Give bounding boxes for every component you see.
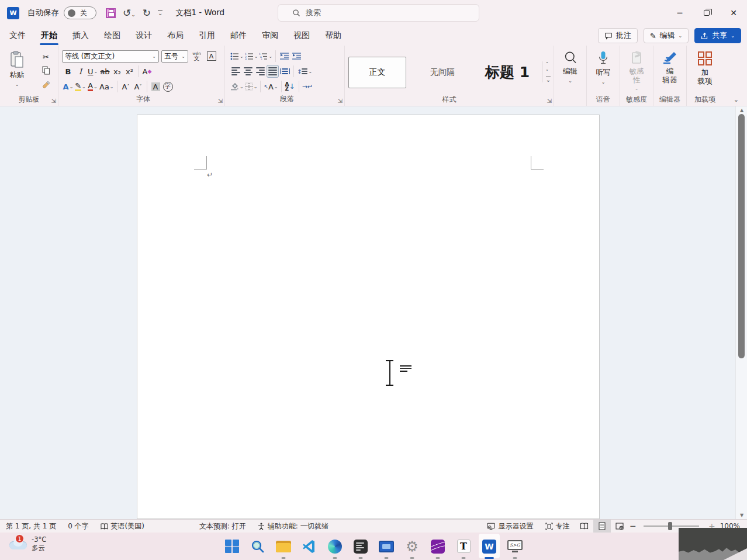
start-button[interactable] [219, 533, 245, 560]
dictate-button[interactable]: 听写 ⌄ [593, 49, 614, 95]
web-layout-button[interactable] [611, 520, 628, 533]
grow-font-button[interactable]: A˄ [120, 80, 132, 93]
strikethrough-button[interactable]: ab [99, 65, 111, 78]
tab-references[interactable]: 引用 [198, 27, 216, 44]
zoom-slider-thumb[interactable] [668, 522, 672, 530]
word-count[interactable]: 0 个字 [62, 520, 94, 533]
taskbar-search-button[interactable] [245, 533, 271, 560]
scroll-up-icon[interactable]: ▲ [736, 108, 747, 113]
sort-button[interactable]: AZ↓ [284, 80, 296, 93]
document-page[interactable]: ↵ [137, 115, 600, 519]
tab-draw[interactable]: 绘图 [103, 27, 122, 44]
minimize-button[interactable]: ─ [666, 0, 693, 26]
remote-desktop-button[interactable] [374, 533, 399, 560]
tab-insert[interactable]: 插入 [71, 27, 90, 44]
numbering-button[interactable]: 123 ⌄ [244, 50, 259, 63]
search-box[interactable]: 搜索 [278, 4, 479, 22]
show-marks-button[interactable]: →↵ [302, 80, 314, 93]
editor-button[interactable]: 编 辑器 [659, 49, 681, 95]
vertical-scrollbar[interactable]: ▲ ▼ [735, 106, 747, 519]
italic-button[interactable]: I [74, 65, 87, 78]
tab-design[interactable]: 设计 [134, 27, 153, 44]
vscode-button[interactable] [296, 533, 322, 560]
zoom-slider[interactable] [644, 526, 699, 527]
find-editing-button[interactable]: 编辑 ⌄ [559, 49, 581, 95]
settings-button[interactable]: ⚙ [399, 533, 425, 560]
styles-scroll-down-icon[interactable]: ˅ [546, 69, 551, 75]
style-heading1[interactable]: 标题 1 [478, 57, 536, 88]
edge-button[interactable] [322, 533, 348, 560]
customize-qat-icon[interactable]: ⌄ [158, 10, 162, 16]
bullets-button[interactable]: ⌄ [230, 50, 244, 63]
addins-button[interactable]: 加 载项 [694, 49, 716, 95]
text-app-button[interactable]: T [451, 533, 476, 560]
text-effects-button[interactable]: A⌄ [62, 80, 74, 93]
change-case-button[interactable]: Aa⌄ [99, 80, 115, 93]
decrease-indent-button[interactable] [278, 50, 290, 63]
scrollbar-thumb[interactable] [738, 114, 745, 358]
text-prediction-status[interactable]: 文本预测: 打开 [193, 520, 252, 533]
close-button[interactable]: ✕ [720, 0, 747, 26]
align-center-button[interactable] [242, 65, 254, 78]
clipboard-dialog-launcher-icon[interactable]: ⇲ [51, 98, 56, 104]
increase-indent-button[interactable] [290, 50, 303, 63]
highlight-color-button[interactable]: ✎⌄ [74, 80, 87, 93]
purple-app-button[interactable] [425, 533, 451, 560]
page-indicator[interactable]: 第 1 页, 共 1 页 [0, 520, 62, 533]
format-painter-button[interactable] [40, 77, 52, 90]
proofing-status[interactable]: 英语(美国) [95, 520, 150, 533]
style-normal[interactable]: 正文 [348, 57, 406, 88]
word-taskbar-button[interactable]: W [476, 533, 502, 560]
comments-button[interactable]: 批注 [598, 28, 638, 43]
read-mode-button[interactable] [576, 520, 593, 533]
subscript-button[interactable]: x₂ [111, 65, 123, 78]
font-size-combo[interactable]: 五号 ⌄ [161, 50, 188, 63]
font-dialog-launcher-icon[interactable]: ⇲ [218, 98, 223, 104]
weather-widget[interactable]: 1 -3°C 多云 [8, 535, 46, 552]
bold-button[interactable]: B [62, 65, 74, 78]
distribute-button[interactable] [279, 65, 291, 78]
underline-button[interactable]: U⌄ [87, 65, 99, 78]
editing-mode-button[interactable]: ✎ 编辑 ⌄ [644, 28, 689, 43]
restore-button[interactable] [693, 0, 720, 26]
asian-layout-button[interactable]: ↖A⌄ [263, 80, 278, 93]
file-explorer-button[interactable] [271, 533, 296, 560]
tab-mailings[interactable]: 邮件 [229, 27, 248, 44]
undo-button[interactable]: ↺⌄ [123, 7, 136, 19]
styles-gallery-more-icon[interactable]: ⌄ [546, 77, 551, 82]
align-left-button[interactable] [230, 65, 242, 78]
line-spacing-button[interactable]: ↕⌄ [296, 65, 313, 78]
tab-review[interactable]: 审阅 [261, 27, 279, 44]
phonetic-guide-button[interactable]: wén 文 [191, 50, 203, 63]
focus-mode[interactable]: 专注 [540, 520, 576, 533]
font-color-button[interactable]: A⌄ [87, 80, 99, 93]
display-settings[interactable]: 显示器设置 [481, 520, 540, 533]
character-shading-button[interactable]: A [150, 80, 162, 93]
multilevel-list-button[interactable]: 1ai ⌄ [258, 50, 273, 63]
cut-button[interactable]: ✂ [40, 50, 52, 63]
save-icon[interactable] [106, 8, 116, 18]
document-area[interactable]: ↵ ▲ ▼ [0, 106, 747, 519]
autosave-control[interactable]: 自动保存 关 [27, 6, 96, 19]
superscript-button[interactable]: x² [123, 65, 136, 78]
align-right-button[interactable] [254, 65, 267, 78]
tab-layout[interactable]: 布局 [166, 27, 185, 44]
shrink-font-button[interactable]: A˅ [132, 80, 144, 93]
character-border-button[interactable]: A [205, 50, 217, 63]
share-button[interactable]: 共享 ⌄ [694, 28, 741, 43]
justify-button[interactable] [267, 65, 279, 78]
collapse-ribbon-icon[interactable]: ⌄ [734, 96, 739, 103]
print-layout-button[interactable] [593, 520, 611, 533]
copy-button[interactable] [40, 64, 52, 77]
font-name-combo[interactable]: 等线 (西文正文) ⌄ [62, 50, 159, 63]
redo-button[interactable]: ↻ [143, 7, 151, 19]
zoom-out-button[interactable]: ─ [628, 521, 638, 531]
accessibility-status[interactable]: 辅助功能: 一切就绪 [252, 520, 334, 533]
tab-view[interactable]: 视图 [292, 27, 311, 44]
clear-formatting-button[interactable]: A◆ [141, 65, 153, 78]
undo-chevron-icon[interactable]: ⌄ [131, 12, 136, 18]
shading-button[interactable]: ⌄ [230, 80, 244, 93]
capture-app-button[interactable]: S>G [502, 533, 528, 560]
tab-help[interactable]: 帮助 [324, 27, 343, 44]
styles-dialog-launcher-icon[interactable]: ⇲ [547, 98, 552, 104]
